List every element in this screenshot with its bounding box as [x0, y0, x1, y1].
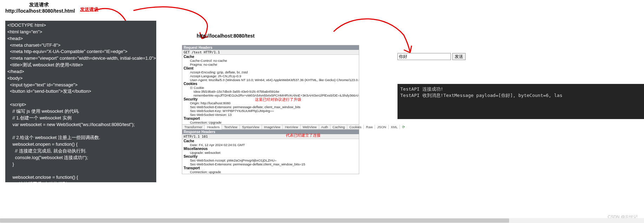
tab-imageview[interactable]: ImageView	[262, 125, 283, 129]
header-line: User-Agent: Mozilla/5.0 (Windows NT 10.0…	[182, 78, 359, 82]
header-line: Idea-3fd19ba9=15c7dbc8-3a55-43e0-b1fc-87…	[182, 90, 359, 93]
header-line: Sec-WebSocket-Key: WYPBP7YtU5UUMPhjGJMp4…	[182, 109, 359, 113]
console-line: TestAPI 连接成功!	[400, 86, 443, 92]
section-cache: Cache	[182, 55, 359, 59]
left-section: 发送请求 http://localhost:8080/test.html <!D…	[5, 2, 156, 182]
response-headers-title: Response Headers	[182, 130, 359, 134]
send-button[interactable]: 发送	[452, 53, 466, 60]
response-line: HTTP/1.1 101	[182, 134, 359, 139]
cookie-label[interactable]: Cookie	[182, 86, 359, 90]
header-line: Accept-Language: zh-CN,zh;q=0.9	[182, 74, 359, 78]
tab-webview[interactable]: WebView	[301, 125, 319, 129]
right-section: 发送 TestAPI 连接成功! TestAPI 收到消息!TextMessag…	[397, 53, 643, 119]
tab-textview[interactable]: TextView	[222, 125, 240, 129]
tab-transformer[interactable]: Transformer	[182, 125, 205, 129]
header-line: Pragma: no-cache	[182, 63, 359, 66]
tab-caching[interactable]: Caching	[330, 125, 347, 129]
tab-cookies[interactable]: Cookies	[347, 125, 364, 129]
refresh-icon[interactable]: ⟳	[400, 125, 407, 129]
section-cookies: Cookies	[182, 82, 359, 86]
header-line: Date: Fri, 12 Apr 2024 02:24:01 GMT	[182, 143, 359, 147]
tab-syntaxview[interactable]: SyntaxView	[240, 125, 262, 129]
header-line: Connection: upgrade	[182, 170, 359, 174]
resp-section-security: Security	[182, 155, 359, 158]
section-transport: Transport	[182, 117, 359, 120]
header-line: Sec-WebSocket-Extensions: permessage-def…	[182, 162, 359, 166]
tab-hexview[interactable]: HexView	[283, 125, 300, 129]
request-line: GET /test HTTP/1.1	[182, 50, 359, 55]
request-headers-panel: Request Headers GET /test HTTP/1.1 Cache…	[182, 45, 359, 174]
header-line: Connection: Upgrade	[182, 120, 359, 124]
tab-auth[interactable]: Auth	[319, 125, 331, 129]
message-input[interactable]	[397, 53, 451, 60]
tab-json[interactable]: JSON	[375, 125, 388, 129]
header-line: Sec-WebSocket-Extensions: permessage-def…	[182, 105, 359, 109]
annotation-connection-established: 代表已经建立了连接	[286, 133, 321, 138]
source-code-block: <!DOCTYPE html> <html lang="en"> <head> …	[5, 21, 156, 182]
console-line: TestAPI 收到消息!TextMessage payload=[你好], b…	[400, 93, 563, 98]
tab-headers[interactable]: Headers	[205, 125, 222, 130]
resp-section-cache: Cache	[182, 139, 359, 143]
scrollbar-thumb[interactable]	[0, 218, 509, 223]
header-line: Sec-WebSocket-Accept: pWe2aOxjPmvgr9jbxO…	[182, 158, 359, 162]
horizontal-scrollbar[interactable]	[0, 218, 644, 223]
section-client: Client	[182, 66, 359, 70]
tabs-row: Transformer Headers TextView SyntaxView …	[182, 124, 359, 130]
header-line: Cache-Control: no-cache	[182, 59, 359, 63]
tab-raw[interactable]: Raw	[364, 125, 375, 129]
header-line: Upgrade: websocket	[182, 151, 359, 155]
tab-xml[interactable]: XML	[389, 125, 400, 129]
request-url: http://localhost:8080/test	[197, 33, 359, 39]
resp-section-misc: Miscellaneous	[182, 147, 359, 151]
annotation-send-request: 发送请求	[80, 6, 98, 13]
header-line: Accept-Encoding: gzip, deflate, br, zstd	[182, 70, 359, 74]
console-output: TestAPI 连接成功! TestAPI 收到消息!TextMessage p…	[397, 84, 644, 119]
request-headers-title: Request Headers	[182, 45, 359, 50]
annotation-protocol-upgraded: 这里已经对协议进行了升级	[255, 97, 301, 102]
header-line: Sec-WebSocket-Version: 13	[182, 113, 359, 117]
middle-section: http://localhost:8080/test Request Heade…	[182, 33, 359, 174]
resp-section-transport: Transport	[182, 166, 359, 170]
